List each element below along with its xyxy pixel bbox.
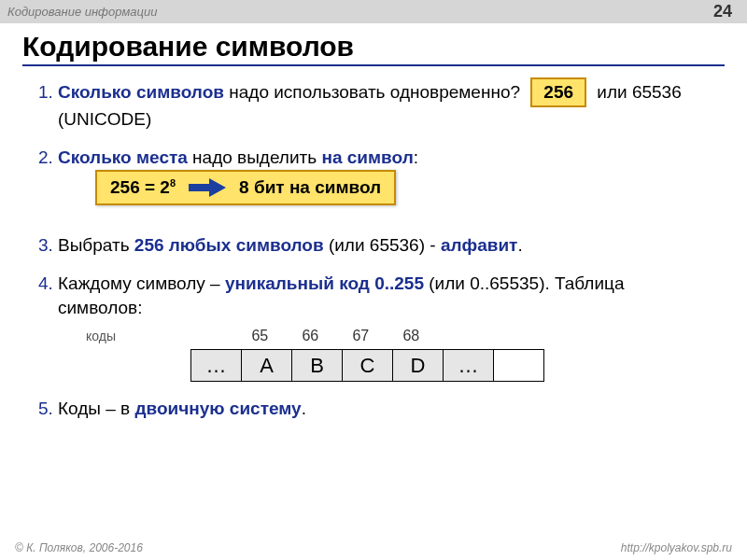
text: надо использовать одновременно? (224, 82, 520, 102)
table-cell: B (292, 350, 343, 382)
table-cell: A (242, 350, 292, 382)
title-rule (22, 64, 725, 66)
header-bar: Кодирование информации 24 (0, 0, 747, 23)
code-num: 67 (335, 326, 386, 346)
emph-text: двоичную систему (134, 399, 301, 418)
footer: © К. Поляков, 2006-2016 http://kpolyakov… (0, 541, 747, 554)
text: надо выделить (188, 147, 322, 167)
list-item-2: Сколько места надо выделить на символ: 2… (58, 146, 710, 217)
arrow-icon (187, 176, 228, 199)
list-item-4: Каждому символу – уникальный код 0..255 … (58, 272, 710, 382)
code-num: 66 (285, 326, 335, 346)
text: (или 65536) - (324, 235, 441, 255)
table-cell: C (343, 350, 393, 382)
emph-text: уникальный код 0..255 (225, 273, 424, 293)
table-cell-blank (494, 350, 544, 382)
table-cell: D (393, 350, 444, 382)
symbol-table: … A B C D … (190, 349, 544, 382)
code-num: 68 (386, 326, 436, 346)
footer-url: http://kpolyakov.spb.ru (621, 541, 732, 554)
content-list: Сколько символов надо использовать однов… (0, 77, 747, 421)
symbol-table-wrap: коды 65 66 67 68 … A B C D … (86, 323, 710, 382)
page-title: Кодирование символов (0, 23, 747, 64)
formula-lhs: 256 = 28 (110, 175, 176, 200)
breadcrumb: Кодирование информации (7, 5, 157, 19)
page-number: 24 (713, 2, 740, 21)
text: . (302, 399, 306, 418)
emph-text: на символ (321, 147, 413, 167)
lead-text: Сколько символов (58, 82, 224, 102)
emph-text: 256 любых символов (134, 235, 324, 255)
emph-text: алфавит (441, 235, 518, 255)
svg-marker-1 (209, 178, 226, 197)
table-cell: … (444, 350, 494, 382)
formula-rhs: 8 бит на символ (239, 175, 381, 200)
codes-label: коды (86, 328, 189, 345)
text: . (517, 235, 522, 255)
badge-256: 256 (530, 77, 586, 107)
copyright: © К. Поляков, 2006-2016 (15, 541, 143, 554)
codes-row: коды 65 66 67 68 (86, 323, 710, 347)
formula-box: 256 = 28 8 бит на символ (95, 170, 396, 205)
text: : (414, 147, 418, 167)
list-item-1: Сколько символов надо использовать однов… (58, 77, 710, 131)
text: Коды – в (58, 399, 134, 418)
svg-rect-0 (189, 184, 209, 191)
codes-numbers: 65 66 67 68 (234, 326, 436, 346)
table-cell: … (191, 350, 242, 382)
code-num: 65 (234, 326, 285, 346)
list-item-3: Выбрать 256 любых символов (или 65536) -… (58, 233, 710, 258)
list-item-5: Коды – в двоичную систему. (58, 397, 710, 421)
text: Выбрать (58, 235, 134, 255)
text: Каждому символу – (58, 273, 225, 293)
lead-text: Сколько места (58, 147, 188, 167)
